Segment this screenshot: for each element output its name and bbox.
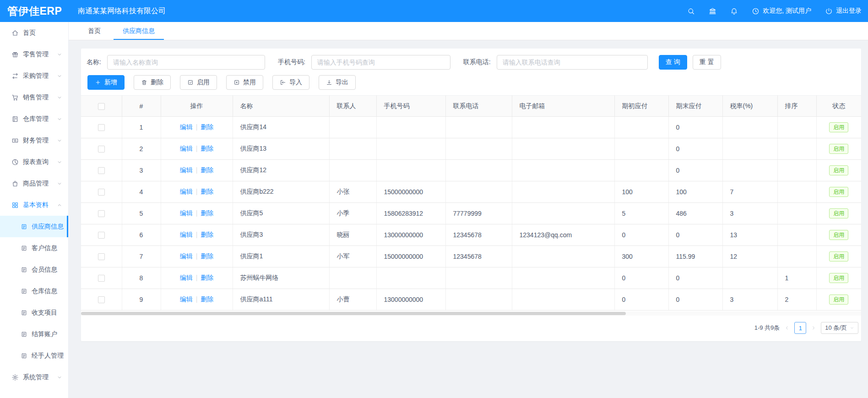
column-header-checkbox (81, 96, 122, 117)
cell-closing_payable: 115.99 (668, 246, 722, 267)
tab-supplier-info[interactable]: 供应商信息 (114, 22, 164, 40)
sidebar-item-sales-mgmt[interactable]: 销售管理 (0, 87, 68, 108)
edit-link[interactable]: 编辑 (180, 123, 193, 131)
export-button[interactable]: 导出 (319, 75, 356, 90)
edit-link[interactable]: 编辑 (180, 295, 193, 303)
chevron-down-icon (57, 73, 62, 79)
next-page-button[interactable] (811, 325, 816, 331)
clock-icon (752, 7, 760, 15)
bank-icon[interactable] (709, 7, 716, 15)
import-button[interactable]: 导入 (272, 75, 309, 90)
select-all-checkbox[interactable] (98, 103, 105, 110)
chevron-down-icon (57, 138, 62, 143)
search-icon[interactable] (687, 7, 695, 15)
delete-link[interactable]: 删除 (201, 252, 213, 260)
reset-button[interactable]: 重置 (693, 55, 721, 70)
row-checkbox[interactable] (98, 167, 105, 174)
app-header: 管伊佳ERP 南通某某网络科技有限公司 欢迎您, 测试用户 退出登录 (0, 0, 868, 22)
enable-button[interactable]: 启用 (180, 75, 217, 90)
delete-link[interactable]: 删除 (201, 274, 213, 281)
cell-mobile: 15806283912 (376, 203, 445, 224)
horizontal-scrollbar-thumb[interactable] (81, 312, 626, 315)
delete-link[interactable]: 删除 (201, 188, 213, 195)
pie-chart-icon (11, 158, 19, 166)
cell-sort (777, 117, 816, 138)
sidebar-item-label: 商品管理 (23, 180, 57, 188)
cell-index: 9 (122, 289, 161, 311)
edit-link[interactable]: 编辑 (180, 209, 193, 217)
sidebar-item-goods-mgmt[interactable]: 商品管理 (0, 173, 68, 194)
sidebar-item-report-query[interactable]: 报表查询 (0, 151, 68, 173)
sidebar-item-income-expense[interactable]: 收支项目 (0, 302, 68, 323)
app-logo[interactable]: 管伊佳ERP (0, 4, 69, 18)
edit-link[interactable]: 编辑 (180, 145, 193, 152)
add-button[interactable]: 新增 (87, 75, 125, 90)
row-checkbox[interactable] (98, 232, 105, 239)
delete-link[interactable]: 删除 (201, 295, 213, 303)
edit-link[interactable]: 编辑 (180, 252, 193, 260)
cart-icon (11, 94, 19, 101)
cell-phone (445, 117, 512, 138)
sidebar-item-home[interactable]: 首页 (0, 22, 68, 44)
row-checkbox[interactable] (98, 146, 105, 153)
chevron-down-icon (57, 181, 62, 186)
disable-button[interactable]: 禁用 (226, 75, 263, 90)
sidebar-item-retail-mgmt[interactable]: 零售管理 (0, 44, 68, 65)
cell-index: 8 (122, 267, 161, 289)
check-square-icon (187, 79, 194, 86)
edit-link[interactable]: 编辑 (180, 166, 193, 174)
search-button[interactable]: 查询 (659, 55, 687, 70)
sidebar-item-settlement-account[interactable]: 结算账户 (0, 323, 68, 345)
cell-phone (445, 138, 512, 160)
delete-link[interactable]: 删除 (201, 231, 213, 238)
sidebar-item-handler-mgmt[interactable]: 经手人管理 (0, 345, 68, 366)
row-checkbox[interactable] (98, 296, 105, 303)
cell-mobile: 15000000000 (376, 181, 445, 203)
edit-link[interactable]: 编辑 (180, 188, 193, 195)
cell-index: 1 (122, 117, 161, 138)
sidebar-item-customer-info[interactable]: 客户信息 (0, 237, 68, 259)
row-checkbox[interactable] (98, 189, 105, 196)
sidebar-item-basic-data[interactable]: 基本资料 (0, 194, 68, 216)
delete-link[interactable]: 删除 (201, 145, 213, 152)
tab-home[interactable]: 首页 (79, 22, 110, 40)
page-size-select[interactable]: 10 条/页 (821, 322, 858, 334)
cell-closing_payable: 0 (668, 138, 722, 160)
sidebar-item-member-info[interactable]: 会员信息 (0, 259, 68, 280)
name-filter-input[interactable] (107, 55, 265, 70)
ledger-icon (11, 115, 19, 123)
status-badge: 启用 (829, 144, 848, 154)
edit-link[interactable]: 编辑 (180, 231, 193, 238)
delete-link[interactable]: 删除 (201, 166, 213, 174)
delete-link[interactable]: 删除 (201, 209, 213, 217)
sidebar-item-supplier-info[interactable]: 供应商信息 (0, 216, 68, 237)
column-header-actions: 操作 (161, 96, 233, 117)
user-welcome[interactable]: 欢迎您, 测试用户 (752, 7, 811, 15)
sidebar-item-warehouse-mgmt[interactable]: 仓库管理 (0, 108, 68, 130)
prev-page-button[interactable] (784, 325, 790, 331)
cell-index: 5 (122, 203, 161, 224)
page-number-button[interactable]: 1 (794, 322, 806, 334)
row-checkbox[interactable] (98, 210, 105, 217)
logout-button[interactable]: 退出登录 (825, 7, 862, 15)
edit-link[interactable]: 编辑 (180, 274, 193, 281)
delete-link[interactable]: 删除 (201, 123, 213, 131)
status-badge: 启用 (829, 251, 848, 262)
sidebar-item-finance-mgmt[interactable]: 财务管理 (0, 130, 68, 151)
bell-icon[interactable] (730, 7, 738, 15)
mobile-filter-input[interactable] (311, 55, 450, 70)
cell-sort (777, 224, 816, 246)
phone-filter-input[interactable] (497, 55, 648, 70)
cell-name: 供应商13 (233, 138, 329, 160)
cell-tax_rate: 3 (722, 203, 777, 224)
cell-closing_payable: 0 (668, 117, 722, 138)
sidebar-item-warehouse-info[interactable]: 仓库信息 (0, 280, 68, 302)
row-checkbox[interactable] (98, 253, 105, 260)
grid-icon (11, 202, 19, 209)
row-checkbox[interactable] (98, 124, 105, 131)
sidebar-item-purchase-mgmt[interactable]: 采购管理 (0, 65, 68, 87)
company-name: 南通某某网络科技有限公司 (78, 6, 166, 16)
sidebar-item-system-mgmt[interactable]: 系统管理 (0, 366, 68, 388)
row-checkbox[interactable] (98, 275, 105, 282)
delete-button[interactable]: 删除 (134, 75, 171, 90)
